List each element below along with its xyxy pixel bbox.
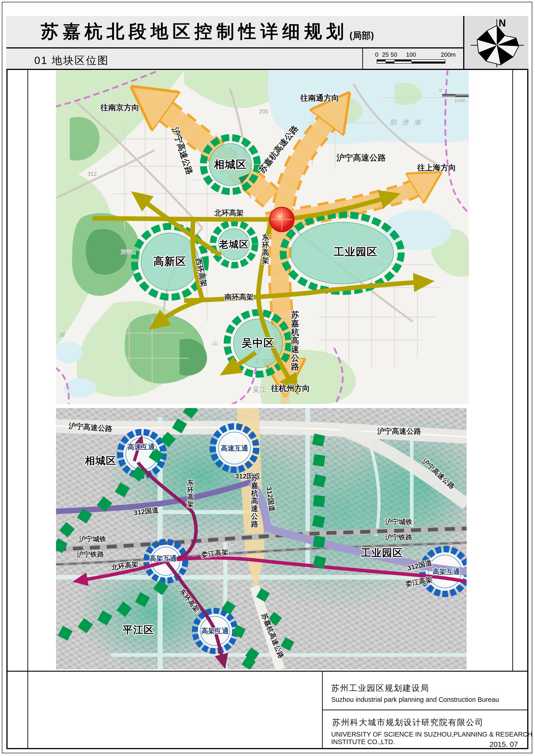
map-label: 东环高架 xyxy=(187,479,194,508)
inset-scalebar xyxy=(442,94,469,97)
map-label: 南环高架 xyxy=(224,293,254,301)
north-compass-icon: N xyxy=(464,16,528,68)
map-label: 高架互通 xyxy=(149,554,177,562)
scalebar-tick: 100 xyxy=(406,51,416,58)
map-label: 工业园区 xyxy=(361,547,403,558)
map-label: 工业园区 xyxy=(334,246,378,257)
detail-map: 沪宁高速公路沪宁高速公路沪宁高速公路高速互通高速互通相城区312国道312国道3… xyxy=(56,408,466,669)
scalebar-end-label: 200m xyxy=(441,51,456,58)
map-label: 往南京方向 xyxy=(100,103,139,112)
map-label: 苏嘉杭高速公路 xyxy=(251,474,259,528)
detail-map-panel: 沪宁高速公路沪宁高速公路沪宁高速公路高速互通高速互通相城区312国道312国道3… xyxy=(56,408,466,670)
scalebar-tick: 50 xyxy=(391,51,397,58)
subtitle-band: 01 地块区位图 0 25 50 100 200m xyxy=(6,48,463,70)
footer-separator xyxy=(6,671,528,672)
bureau-name-en: Suzhou industrial park planning and Cons… xyxy=(331,696,499,703)
map-label: 老城区 xyxy=(219,239,249,250)
bureau-name-cn: 苏州工业园区规划建设局 xyxy=(331,683,429,694)
compass-box: N xyxy=(463,16,528,70)
map-label: 北环高架 xyxy=(214,209,243,217)
map-label: 高速互通 xyxy=(127,443,155,450)
page-title-suffix: (局部) xyxy=(348,21,374,42)
map-label: 沪宁城铁 xyxy=(79,535,106,543)
map-label: 高新区 xyxy=(154,256,186,267)
right-column-line xyxy=(512,70,513,671)
footer-block-divider xyxy=(322,672,323,749)
map-label: 1000 xyxy=(455,97,466,103)
scalebar-cell: 0 25 50 100 200m xyxy=(362,48,463,70)
left-column-line xyxy=(27,70,28,749)
map-label: 天平山 xyxy=(121,249,136,255)
map-label: 苏嘉杭高速公路 xyxy=(291,310,299,371)
page-title: 苏嘉杭北段地区控制性详细规划 xyxy=(6,20,348,44)
map-label: 湖 xyxy=(59,332,66,338)
footer-cell-divider xyxy=(322,710,528,710)
scalebar-tick: 25 xyxy=(382,51,389,58)
map-label: 吴江 xyxy=(253,386,266,393)
compass-n-label: N xyxy=(499,17,506,29)
sheet-date: 2015. 07 xyxy=(490,740,518,749)
sheet-number-title: 01 地块区位图 xyxy=(34,53,109,68)
map-label: 沪宁铁路 xyxy=(385,533,412,541)
map-label: 312 xyxy=(88,171,97,177)
location-map: 往南京方向往南通方向往上海方向往杭州方向沪宁高速公路沪宁高速公路苏嘉杭高速公路苏… xyxy=(56,70,469,404)
map-label: 往上海方向 xyxy=(417,163,456,172)
scalebar-tick: 0 xyxy=(375,51,378,58)
map-label: 山 xyxy=(212,340,218,346)
map-label: 相城区 xyxy=(84,455,116,466)
map-label: 高架互通 xyxy=(201,627,229,634)
map-label: 往南通方向 xyxy=(300,94,339,102)
map-label: 沪宁铁路 xyxy=(76,551,104,558)
map-label: 相城区 xyxy=(213,158,247,170)
map-label: 0 xyxy=(439,88,442,93)
map-label: 平江区 xyxy=(123,624,154,635)
map-label: 沪宁城铁 xyxy=(385,518,412,526)
scalebar xyxy=(377,60,445,64)
map-label: 往杭州方向 xyxy=(271,384,310,392)
project-location-marker xyxy=(269,207,294,232)
location-map-panel: 往南京方向往南通方向往上海方向往杭州方向沪宁高速公路沪宁高速公路苏嘉杭高速公路苏… xyxy=(56,70,469,405)
map-label: 沪宁高速公路 xyxy=(336,153,386,162)
map-label: 高架互通 xyxy=(433,568,460,576)
institute-name-cn: 苏州科大城市规划设计研究院有限公司 xyxy=(332,717,484,728)
map-label: 205 xyxy=(259,108,268,115)
map-label: 沪宁高速公路 xyxy=(377,427,421,435)
plan-sheet: 苏嘉杭北段地区控制性详细规划 (局部) 01 地块区位图 0 25 50 100… xyxy=(0,0,535,756)
map-label: 吴中区 xyxy=(241,337,274,349)
title-band: 苏嘉杭北段地区控制性详细规划 (局部) xyxy=(6,16,463,48)
map-label: 阳 澄 湖 xyxy=(390,119,422,126)
map-label: 高速互通 xyxy=(221,445,248,452)
map-label: 东环高架 xyxy=(262,233,269,264)
